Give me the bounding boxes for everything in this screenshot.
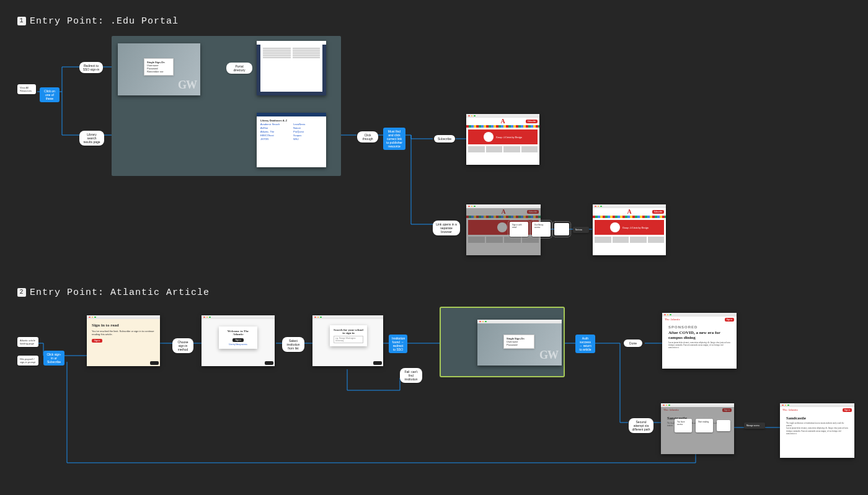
s2-paywall-signin[interactable]: Sign in bbox=[92, 339, 102, 343]
s1-list-link[interactable]: Atlantic, The bbox=[260, 130, 290, 133]
s2-article-section: SPONSORED bbox=[668, 325, 730, 329]
s1-list-link[interactable]: Scopus bbox=[293, 134, 322, 137]
atlantic-subscribe[interactable]: Subscribe bbox=[652, 210, 664, 214]
s1-list-link[interactable]: ArtStor bbox=[260, 126, 290, 129]
atlantic-hero: Essay: A Crisis by Design bbox=[622, 226, 649, 229]
s1-popunder-a[interactable]: Sign in with email bbox=[510, 222, 528, 237]
s2-start-card-b[interactable]: Hits paywall / sign-in prompt bbox=[17, 356, 38, 366]
s1-atlantic-popunder[interactable]: ASubscribe bbox=[466, 204, 541, 255]
section-1-text: Entry Point: .Edu Portal bbox=[30, 16, 179, 27]
s2-start-card-a[interactable]: Atlantic article landing page bbox=[17, 337, 38, 347]
s2-sso-screen[interactable]: Single Sign-On Username Password bbox=[477, 320, 562, 366]
s2-article-body: Lorem ipsum dolor sit amet, consectetur … bbox=[668, 341, 730, 349]
s2-popunder-a[interactable]: You have access bbox=[675, 419, 692, 432]
s1-atlantic-success[interactable]: ASubscribe Essay: A Crisis by Design bbox=[593, 204, 666, 255]
s1-right-pill[interactable]: Subscribe bbox=[434, 135, 455, 142]
s2-article-paywall[interactable]: Sign in to read You’ve reached the limit… bbox=[87, 315, 160, 366]
s2-pill-4[interactable]: Done bbox=[624, 339, 642, 347]
s2-schoolfinder[interactable]: Search for your school to sign in e.g. G… bbox=[312, 315, 383, 366]
s1-list-link[interactable]: Academic Search bbox=[260, 123, 290, 126]
s2-r2-article-sub-2: The fragile architecture of institutiona… bbox=[786, 422, 848, 427]
s1-popunder-b[interactable]: Use library access bbox=[532, 222, 551, 237]
atlantic-name: The Atlantic bbox=[665, 318, 680, 322]
s2-article-title: After COVID, a new era for campus dining bbox=[668, 330, 730, 340]
s1-start-chip-text: Click on one of these bbox=[44, 89, 55, 100]
s2-start-chip-text: Click sign-in or Subscribe bbox=[46, 353, 61, 364]
s2-sf-title: Search for your school to sign in bbox=[334, 328, 363, 335]
s2-blue-1[interactable]: Institution found → redirect to SSO bbox=[389, 335, 407, 353]
s2-article-success-2[interactable]: The AtlanticSign in Sandcastle The fragi… bbox=[780, 403, 854, 458]
s2-login-box[interactable]: Single Sign-On Username Password bbox=[503, 335, 534, 349]
s2-blue-1-text: Institution found → redirect to SSO bbox=[392, 336, 405, 351]
s2-bottom-pill-text: Second attempt via different path bbox=[632, 420, 650, 431]
s2-article-success[interactable]: The AtlanticSign in SPONSORED After COVI… bbox=[662, 313, 737, 369]
s2-popunder-c[interactable] bbox=[717, 420, 730, 431]
s1-popunder-d[interactable]: Not now bbox=[573, 227, 589, 233]
s1-sso-screen[interactable]: Single Sign-On Username Password Remembe… bbox=[118, 43, 200, 95]
atlantic-subscribe[interactable]: Subscribe bbox=[526, 120, 538, 123]
signin-badge[interactable]: Sign in bbox=[843, 408, 852, 412]
atlantic-name: The Atlantic bbox=[782, 408, 798, 412]
s2-pill-4-text: Done bbox=[629, 341, 637, 345]
s1-alt-pill-text: Link opens in a separate browser bbox=[436, 222, 457, 234]
s2-loop-pill[interactable]: Fail: can't find institution bbox=[400, 368, 422, 383]
s2-modal-link[interactable]: Use my library access bbox=[223, 343, 254, 346]
s1-mid-pill-text: Click through bbox=[363, 133, 373, 141]
s1-alt-pill[interactable]: Link opens in a separate browser bbox=[433, 221, 460, 235]
s2-pill-1-text: Choose sign-in method bbox=[177, 340, 188, 351]
s2-popunder-a-text: You have access bbox=[677, 421, 684, 426]
section-2-title: 2Entry Point: Atlantic Article bbox=[17, 287, 210, 298]
s2-blue-2[interactable]: Auth success → return to article bbox=[575, 335, 595, 353]
section-2-text: Entry Point: Atlantic Article bbox=[30, 287, 210, 298]
s1-popunder-b-text: Use library access bbox=[534, 224, 543, 229]
s1-directory-screen[interactable] bbox=[257, 41, 326, 95]
s1-login-box[interactable]: Single Sign-On Username Password Remembe… bbox=[144, 58, 174, 76]
s1-list-link[interactable]: ProQuest bbox=[293, 130, 322, 133]
s1-list-link[interactable]: WSJ bbox=[293, 138, 322, 141]
s1-blue-chip[interactable]: Must find and click correct link to publ… bbox=[383, 128, 405, 150]
s1-popunder-d-text: Not now bbox=[575, 229, 582, 231]
s2-modal-title: Welcome to The Atlantic bbox=[223, 330, 254, 336]
s2-modal-signin[interactable]: Sign in bbox=[232, 338, 243, 342]
s2-paywall-title: Sign in to read bbox=[92, 323, 155, 328]
s1-pill-b[interactable]: Portal directory bbox=[226, 63, 252, 74]
footer-chip bbox=[373, 361, 382, 365]
s2-modal[interactable]: Welcome to The Atlantic Sign in Use my l… bbox=[219, 326, 257, 349]
s2-sso-pass: Password bbox=[507, 343, 518, 346]
s1-right-pill-text: Subscribe bbox=[438, 137, 451, 141]
s2-pill-2[interactable]: Select institution from list bbox=[282, 337, 304, 352]
s2-bottom-pill[interactable]: Second attempt via different path bbox=[629, 418, 653, 433]
s2-r2-article-body-2: Lorem ipsum dolor sit amet, consectetur … bbox=[786, 427, 848, 435]
s2-popunder-d[interactable]: Manage access bbox=[744, 423, 765, 429]
s1-list-link[interactable]: LexisNexis bbox=[293, 123, 322, 126]
s2-start-card-a-text: Atlantic article landing page bbox=[20, 339, 35, 345]
s1-mid-pill[interactable]: Click through bbox=[357, 131, 378, 142]
s1-list-link[interactable]: JSTOR bbox=[260, 138, 290, 141]
s2-pill-1[interactable]: Choose sign-in method bbox=[172, 338, 193, 353]
s2-paywall-body: You’ve reached the limit. Subscribe or s… bbox=[92, 330, 154, 336]
s1-librarylist-screen[interactable]: Library Databases A–Z Academic Search Ar… bbox=[257, 113, 326, 167]
footer-chip bbox=[265, 361, 273, 365]
s2-sf-modal[interactable]: Search for your school to sign in e.g. G… bbox=[330, 325, 367, 346]
s2-r2-article-title-2: Sandcastle bbox=[786, 416, 848, 421]
s1-popunder-a-text: Sign in with email bbox=[512, 224, 521, 229]
s2-start-chip[interactable]: Click sign-in or Subscribe bbox=[43, 351, 64, 366]
s1-atlantic-home[interactable]: A Subscribe Essay: A Crisis by Design bbox=[466, 114, 539, 165]
s1-pill-b-text: Portal directory bbox=[233, 64, 245, 72]
s1-pill-a[interactable]: Redirect to SSO sign-in bbox=[79, 62, 103, 73]
s1-start-card[interactable]: View All Resources bbox=[17, 84, 36, 94]
s1-pill-c[interactable]: Library search results page bbox=[79, 131, 104, 146]
s1-popunder-c[interactable] bbox=[554, 223, 569, 235]
s1-blue-chip-text: Must find and click correct link to publ… bbox=[386, 129, 402, 148]
s1-pill-c-text: Library search results page bbox=[83, 133, 100, 144]
s2-welcome-modal[interactable]: Welcome to The Atlantic Sign in Use my l… bbox=[202, 315, 275, 366]
signin-badge[interactable]: Sign in bbox=[725, 318, 734, 322]
s1-start-chip[interactable]: Click on one of these bbox=[40, 87, 60, 102]
s2-popunder-d-text: Manage access bbox=[746, 424, 760, 427]
s1-list-link[interactable]: Nature bbox=[293, 126, 322, 129]
s2-sf-input[interactable]: e.g. George Washington University bbox=[334, 336, 363, 343]
s1-list-link[interactable]: EBSCOhost bbox=[260, 134, 290, 137]
s2-start-card-b-text: Hits paywall / sign-in prompt bbox=[20, 357, 35, 364]
section-1-title: 1Entry Point: .Edu Portal bbox=[17, 16, 179, 27]
s2-popunder-b[interactable]: Start reading bbox=[696, 419, 713, 432]
